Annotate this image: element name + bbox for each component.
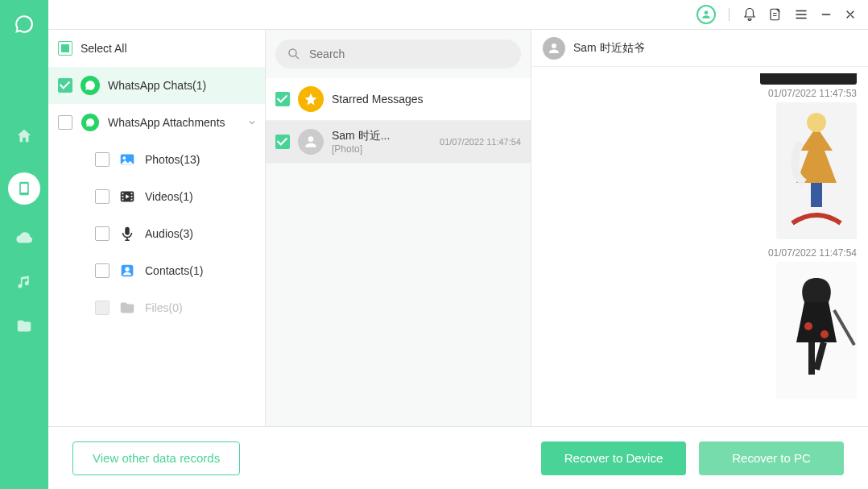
recover-to-device-button[interactable]: Recover to Device [541,441,686,475]
view-other-records-button[interactable]: View other data records [72,441,240,475]
chats-label: WhatsApp Chats(1) [108,79,265,92]
mic-icon [118,225,136,242]
recover-to-pc-button[interactable]: Recover to PC [699,441,844,475]
svg-rect-5 [122,196,124,197]
nav-music[interactable] [16,274,32,293]
content-body: Select All WhatsApp Chats(1) WhatsApp At… [48,29,868,426]
footer-bar: View other data records Recover to Devic… [48,426,868,489]
search-box[interactable] [275,39,521,68]
conversation-name: Sam 时近姑爷 [573,41,645,56]
attachments-checkbox[interactable] [58,115,72,130]
nav-rail [0,0,48,489]
avatar-icon [543,37,565,60]
folder-icon [118,299,136,317]
menu-icon[interactable] [794,7,808,22]
nav-home[interactable] [15,127,33,148]
message-timestamp: 01/07/2022 11:47:53 [768,88,857,99]
category-tree: Select All WhatsApp Chats(1) WhatsApp At… [48,30,266,426]
svg-rect-9 [131,199,133,201]
files-checkbox [95,300,110,315]
conversation-header: Sam 时近姑爷 [531,30,868,67]
person-icon [701,9,712,20]
photos-icon [118,151,136,168]
chat-item-checkbox[interactable] [275,92,290,106]
bell-icon[interactable] [742,7,757,22]
files-label: Files(0) [145,301,265,314]
app-root: Select All WhatsApp Chats(1) WhatsApp At… [0,0,868,489]
chat-item-timestamp: 01/07/2022 11:47:54 [440,137,521,147]
search-wrap [266,30,531,78]
chats-checkbox[interactable] [58,78,72,93]
svg-point-18 [804,322,812,330]
conversation-messages[interactable]: 01/07/2022 11:47:53 01/07/2022 11:47:54 [531,67,868,426]
music-icon [16,274,32,290]
nav-cloud[interactable] [15,229,33,250]
search-icon [287,47,301,61]
category-whatsapp-attachments[interactable]: WhatsApp Attachments [48,104,265,141]
category-audios[interactable]: Audios(3) [48,215,265,252]
category-files: Files(0) [48,289,265,326]
image-placeholder-icon [776,102,857,239]
home-icon [15,127,33,145]
chat-item-title: Sam 时近... [332,129,432,143]
nav-rail-items [8,127,40,338]
chat-item-starred[interactable]: Starred Messages [266,78,531,121]
audios-checkbox[interactable] [95,226,110,241]
contacts-checkbox[interactable] [95,263,110,278]
svg-rect-6 [122,199,124,201]
videos-checkbox[interactable] [95,189,110,204]
chat-item-preview: [Photo] [332,143,432,155]
nav-device[interactable] [8,172,40,205]
select-all-row[interactable]: Select All [48,30,265,67]
minimize-icon[interactable] [820,8,833,21]
note-icon[interactable] [768,7,783,22]
message-timestamp: 01/07/2022 11:47:54 [768,247,857,259]
chat-item-sam[interactable]: Sam 时近... [Photo] 01/07/2022 11:47:54 [266,121,531,164]
message-photo[interactable] [760,73,857,85]
whatsapp-icon [14,14,35,35]
audios-label: Audios(3) [145,227,265,240]
contacts-label: Contacts(1) [145,264,265,277]
whatsapp-icon [85,118,95,127]
window-controls [48,0,868,29]
close-icon[interactable] [844,8,857,21]
search-input[interactable] [309,48,510,60]
chat-item-checkbox[interactable] [275,135,290,149]
cloud-icon [15,229,33,247]
star-icon [298,86,324,112]
phone-icon [16,180,32,197]
message-photo[interactable] [776,102,857,239]
category-whatsapp-chats[interactable]: WhatsApp Chats(1) [48,67,265,104]
category-videos[interactable]: Videos(1) [48,178,265,215]
message-photo[interactable] [776,262,857,399]
app-logo [14,8,35,40]
svg-point-13 [289,49,296,56]
nav-folder[interactable] [15,317,33,338]
svg-point-16 [807,113,826,132]
svg-rect-4 [122,193,124,194]
svg-rect-20 [808,342,815,375]
photos-checkbox[interactable] [95,152,110,167]
separator [729,8,730,21]
svg-point-12 [125,267,130,271]
photos-label: Photos(13) [145,153,265,166]
main-area: Select All WhatsApp Chats(1) WhatsApp At… [48,0,868,489]
category-photos[interactable]: Photos(13) [48,141,265,178]
svg-point-2 [123,156,126,160]
svg-point-19 [820,330,829,338]
category-contacts[interactable]: Contacts(1) [48,252,265,289]
svg-rect-8 [131,196,133,197]
chat-item-title: Starred Messages [332,93,521,106]
select-all-checkbox[interactable] [58,41,72,56]
whatsapp-icon [85,80,96,91]
svg-rect-15 [811,183,822,207]
account-avatar[interactable] [696,5,716,24]
conversation-pane: Sam 时近姑爷 01/07/2022 11:47:53 [531,30,868,426]
contacts-icon [118,262,136,280]
svg-rect-7 [131,193,133,194]
image-placeholder-icon [776,262,857,399]
videos-icon [118,188,136,205]
folder-icon [15,317,33,335]
svg-rect-10 [125,227,130,235]
videos-label: Videos(1) [145,190,265,203]
